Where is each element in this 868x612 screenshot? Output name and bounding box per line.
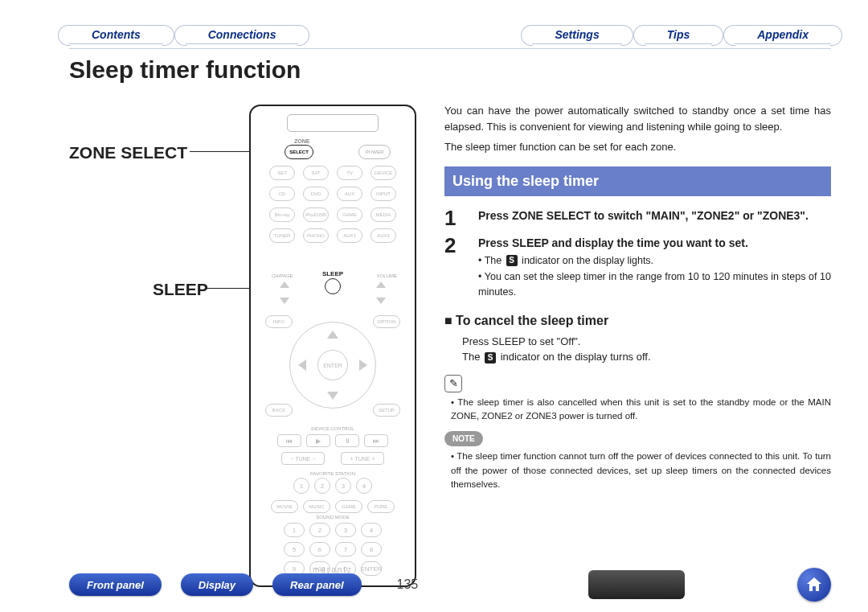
nav-appendix[interactable]: Appendix [735, 25, 831, 44]
home-icon [805, 575, 824, 594]
key: 1 [284, 523, 305, 537]
enter-button: ENTER [317, 350, 348, 380]
pencil-note: The sleep timer is also cancelled when t… [444, 396, 831, 424]
arrow-down-icon [327, 392, 338, 400]
dpad: ENTER [289, 322, 376, 409]
mode-music: MUSIC [303, 500, 330, 513]
display-button[interactable]: Display [181, 573, 253, 596]
page-title: Sleep timer function [69, 56, 301, 84]
ch-up-icon [280, 281, 289, 288]
fav-3: 3 [335, 478, 351, 494]
key: 7 [335, 542, 356, 557]
src: iPod/USB [303, 207, 329, 222]
sleep-label: SLEEP [322, 270, 343, 277]
src: SET [269, 166, 295, 180]
src: DVD [303, 187, 329, 201]
text: The [462, 351, 483, 363]
subsection-heading: To cancel the sleep timer [444, 311, 831, 331]
section-heading: Using the sleep timer [444, 166, 831, 196]
step-number: 1 [444, 207, 467, 228]
mode-row: MOVIE MUSIC GAME PURE [271, 500, 395, 513]
tune-row: − TUNE − + TUNE + [281, 452, 384, 465]
front-panel-button[interactable]: Front panel [69, 573, 162, 596]
bottom-bar: Front panel Display Rear panel 135 [69, 570, 831, 599]
src: TUNER [269, 228, 295, 243]
remote-link-box[interactable] [588, 570, 685, 599]
src: DEVICE [371, 166, 396, 180]
step-2-bullet-2: You can set the sleep timer in the range… [478, 269, 831, 300]
step-1: 1 Press ZONE SELECT to switch "MAIN", "Z… [444, 207, 831, 228]
remote-illustration: ZONE SELECT POWER SET SAT TV DEVICE CD D… [249, 105, 416, 587]
source-grid: SET SAT TV DEVICE CD DVD AUX INPUT Blu-r… [251, 166, 415, 243]
key: 2 [309, 523, 330, 537]
home-button[interactable] [797, 568, 831, 602]
s-indicator-icon: S [506, 255, 518, 266]
src: TV [337, 166, 362, 180]
src: AUX2 [371, 228, 396, 243]
content-column: You can have the power automatically swi… [444, 103, 831, 491]
play-icon: ▶ [306, 434, 330, 447]
note-body: The sleep timer function cannot turn off… [444, 450, 831, 491]
src: MEDIA [371, 207, 396, 222]
src: Blu-ray [269, 207, 295, 222]
intro-paragraph-2: The sleep timer function can be set for … [444, 139, 831, 155]
fav-4: 4 [356, 478, 372, 494]
step-number: 2 [444, 235, 467, 300]
mode-game: GAME [335, 500, 362, 513]
callout-sleep: SLEEP [153, 280, 208, 299]
text: indicator on the display turns off. [497, 351, 651, 363]
sleep-button-icon [325, 278, 341, 294]
sound-mode-label: SOUND MODE [251, 515, 415, 520]
key: 6 [309, 542, 330, 557]
prev-icon: ⏮ [277, 434, 301, 447]
fav-2: 2 [314, 478, 330, 494]
src: PHONO [303, 228, 329, 243]
back-pill: BACK [265, 404, 293, 417]
subsection-body: Press SLEEP to set "Off". The S indicato… [444, 334, 831, 365]
arrow-up-icon [327, 331, 338, 339]
src: GAME [337, 207, 362, 222]
option-pill: OPTION [373, 315, 400, 328]
vol-up-icon [376, 281, 386, 288]
tune-up: + TUNE + [341, 452, 384, 465]
divider [69, 48, 831, 49]
vol-down-icon [376, 298, 386, 304]
pause-icon: ⏸ [335, 434, 359, 447]
step-text: Press SLEEP and display the time you wan… [478, 235, 831, 300]
vol-label: VOLUME [377, 273, 397, 278]
fav-1: 1 [293, 478, 309, 494]
rear-panel-button[interactable]: Rear panel [272, 573, 361, 596]
zone-label: ZONE [294, 138, 309, 144]
text: The [485, 255, 505, 266]
fav-row: 1 2 3 4 [293, 478, 372, 494]
step-2-bullet-1: The S indicator on the display lights. [478, 253, 831, 269]
src: INPUT [371, 187, 396, 201]
nav-contents[interactable]: Contents [69, 25, 163, 44]
nav-connections[interactable]: Connections [186, 25, 299, 44]
remote-display [287, 114, 379, 132]
nav-settings[interactable]: Settings [532, 25, 621, 44]
transport-row: ⏮ ▶ ⏸ ⏭ [277, 434, 388, 447]
key: 3 [335, 523, 356, 537]
nav-tips[interactable]: Tips [645, 25, 713, 44]
fav-label: FAVORITE STATION [251, 471, 415, 476]
note-label: NOTE [444, 431, 483, 446]
zone-select-button-icon: SELECT [285, 145, 313, 159]
next-icon: ⏭ [364, 434, 388, 447]
sleep-row: CH/PAGE VOLUME SLEEP [251, 270, 415, 302]
key: 8 [361, 542, 382, 557]
ch-label: CH/PAGE [272, 273, 293, 278]
intro-paragraph: You can have the power automatically swi… [444, 103, 831, 134]
src: SAT [303, 166, 329, 180]
sub-line-1: Press SLEEP to set "Off". [462, 334, 831, 350]
callout-zone-select: ZONE SELECT [69, 143, 187, 162]
info-pill: INFO [265, 315, 293, 328]
src: CD [269, 187, 295, 201]
pencil-icon: ✎ [444, 375, 462, 392]
src: AUX1 [337, 228, 362, 243]
arrow-left-icon [298, 359, 306, 371]
remote-column: ZONE SELECT SLEEP ZONE SELECT POWER SET … [69, 105, 423, 571]
device-control-label: DEVICE CONTROL [251, 426, 415, 431]
page-number: 135 [397, 577, 419, 592]
tune-down: − TUNE − [281, 452, 325, 465]
